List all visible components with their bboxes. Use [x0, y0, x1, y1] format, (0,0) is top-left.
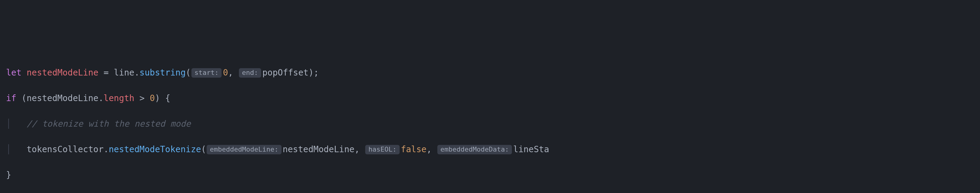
indent-guide: │ [6, 144, 27, 154]
paren-close: ) [309, 68, 314, 78]
paren-close: ) [155, 93, 165, 103]
argument: nestedModeLine [283, 144, 355, 154]
dot: . [98, 93, 103, 103]
inlay-hint: embeddedModeData: [438, 145, 512, 154]
dot: . [103, 144, 109, 154]
object-ref: line [114, 68, 134, 78]
inlay-hint: end: [239, 68, 261, 78]
brace-close: } [6, 170, 11, 180]
variable-ref: nestedModeLine [27, 93, 98, 103]
paren-open: ( [201, 144, 206, 154]
code-line[interactable]: let nestedModeLine = line.substring(star… [6, 66, 974, 79]
number-literal: 0 [223, 68, 228, 78]
code-line[interactable]: if (nestedModeLine.length > 0) { [6, 92, 974, 105]
inlay-hint: start: [191, 68, 221, 78]
property: length [103, 93, 134, 103]
object-ref: tokensCollector [27, 144, 103, 154]
code-line[interactable]: │ // tokenize with the nested mode [6, 118, 974, 130]
operator-gt: > [134, 93, 150, 103]
paren-open: ( [186, 68, 191, 78]
semicolon: ; [314, 68, 319, 78]
comma: , [355, 144, 365, 154]
comment: // tokenize with the nested mode [27, 119, 191, 129]
brace-open: { [165, 93, 170, 103]
comma: , [426, 144, 437, 154]
comma: , [228, 68, 238, 78]
inlay-hint: hasEOL: [365, 145, 399, 154]
variable-declaration: nestedModeLine [27, 68, 98, 78]
indent-guide: │ [6, 119, 27, 129]
method-call: nestedModeTokenize [109, 144, 201, 154]
code-editor[interactable]: let nestedModeLine = line.substring(star… [0, 51, 980, 193]
method-call: substring [139, 68, 186, 78]
number-literal: 0 [150, 93, 155, 103]
operator-assign: = [98, 68, 114, 78]
keyword-let: let [6, 68, 22, 78]
argument: popOffset [262, 68, 309, 78]
boolean-literal: false [401, 144, 426, 154]
code-line[interactable]: } [6, 169, 974, 182]
paren-open: ( [16, 93, 27, 103]
keyword-if: if [6, 93, 16, 103]
dot: . [134, 68, 139, 78]
argument: lineSta [513, 144, 549, 154]
inlay-hint: embeddedModeLine: [207, 145, 281, 154]
code-line[interactable]: │ tokensCollector.nestedModeTokenize(emb… [6, 143, 974, 156]
